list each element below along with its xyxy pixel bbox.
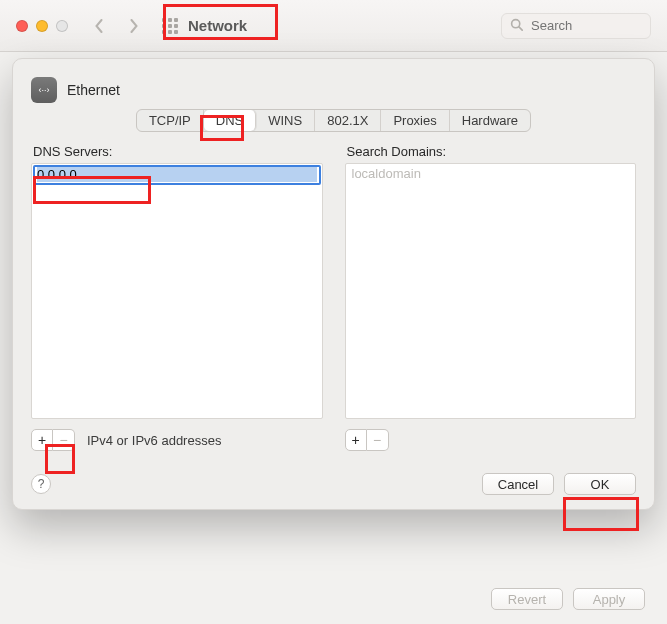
search-domain-row[interactable]: localdomain: [346, 164, 636, 184]
domain-remove-button[interactable]: −: [367, 429, 389, 451]
window-title: Network: [188, 17, 247, 34]
title-cluster: Network: [154, 15, 255, 36]
search-domains-label: Search Domains:: [347, 144, 637, 159]
svg-text:‹··›: ‹··›: [39, 85, 50, 95]
dns-servers-list[interactable]: [31, 163, 323, 419]
revert-button: Revert: [491, 588, 563, 610]
dns-remove-button[interactable]: −: [53, 429, 75, 451]
dns-hint: IPv4 or IPv6 addresses: [87, 433, 221, 448]
forward-button[interactable]: [120, 13, 146, 39]
dns-add-remove: + −: [31, 429, 75, 451]
domain-add-button[interactable]: +: [345, 429, 367, 451]
cancel-button[interactable]: Cancel: [482, 473, 554, 495]
titlebar: Network: [0, 0, 667, 52]
back-button[interactable]: [86, 13, 112, 39]
help-button[interactable]: ?: [31, 474, 51, 494]
domain-add-remove: + −: [345, 429, 389, 451]
ethernet-icon: ‹··›: [31, 77, 57, 103]
search-field[interactable]: [501, 13, 651, 39]
advanced-sheet: ‹··› Ethernet TCP/IP DNS WINS 802.1X Pro…: [12, 58, 655, 510]
dns-server-row-editing[interactable]: [33, 165, 321, 185]
pane-buttons: Revert Apply: [491, 588, 645, 610]
interface-name: Ethernet: [67, 82, 120, 98]
tab-hardware[interactable]: Hardware: [450, 110, 530, 131]
search-input[interactable]: [529, 17, 642, 34]
tab-wins[interactable]: WINS: [256, 110, 315, 131]
dns-add-button[interactable]: +: [31, 429, 53, 451]
show-all-icon[interactable]: [162, 18, 178, 34]
tab-segmented: TCP/IP DNS WINS 802.1X Proxies Hardware: [136, 109, 531, 132]
zoom-window-button[interactable]: [56, 20, 68, 32]
preference-pane: Revert Apply ‹··› Ethernet TCP/IP DNS WI…: [0, 52, 667, 624]
dns-servers-label: DNS Servers:: [33, 144, 323, 159]
tab-dns[interactable]: DNS: [204, 110, 256, 131]
tab-8021x[interactable]: 802.1X: [315, 110, 381, 131]
tabs: TCP/IP DNS WINS 802.1X Proxies Hardware: [31, 109, 636, 132]
tab-tcpip[interactable]: TCP/IP: [137, 110, 204, 131]
minimize-window-button[interactable]: [36, 20, 48, 32]
dns-server-input[interactable]: [37, 167, 317, 182]
window-controls: [16, 20, 68, 32]
close-window-button[interactable]: [16, 20, 28, 32]
search-domains-column: Search Domains: localdomain + −: [345, 144, 637, 451]
search-icon: [510, 18, 523, 34]
search-domains-list[interactable]: localdomain: [345, 163, 637, 419]
tab-proxies[interactable]: Proxies: [381, 110, 449, 131]
svg-line-1: [519, 26, 522, 29]
apply-button: Apply: [573, 588, 645, 610]
ok-button[interactable]: OK: [564, 473, 636, 495]
dns-servers-column: DNS Servers: + − IPv4 or IPv6 addresses: [31, 144, 323, 451]
